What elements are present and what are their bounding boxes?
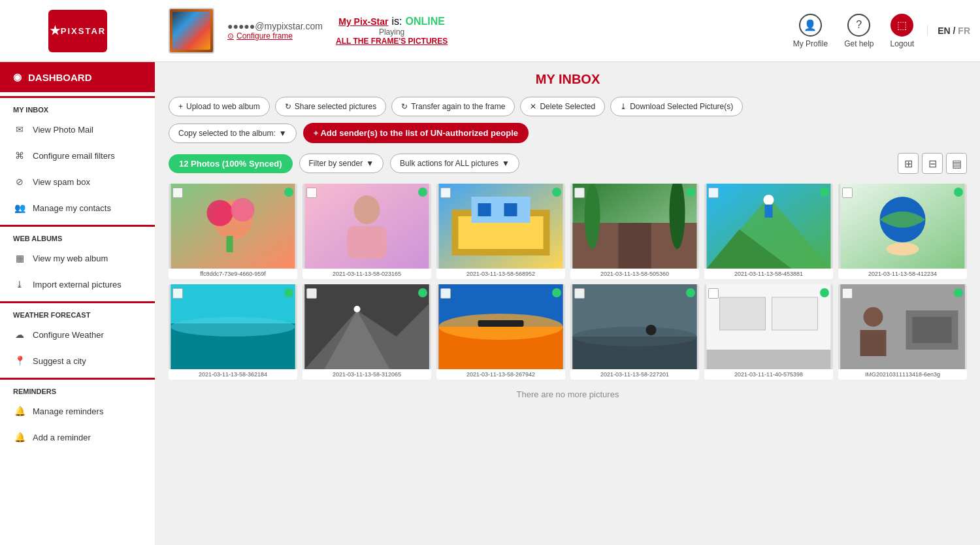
header-actions: 👤 My Profile ? Get help ⬚ Logout	[780, 14, 927, 48]
get-help-button[interactable]: ? Get help	[844, 14, 874, 48]
language-switcher[interactable]: EN / FR	[927, 25, 980, 36]
playing-label: Playing	[379, 27, 404, 37]
bulk-actions-dropdown[interactable]: Bulk actions for ALL pictures ▼	[390, 154, 519, 173]
sidebar-item-view-spam-box[interactable]: ⊘ View spam box	[0, 169, 155, 195]
refresh-icon: ⊙	[227, 31, 234, 41]
top-header: ★ PIXSTAR ●●●●●@mypixstar.com ⊙ Configur…	[0, 0, 980, 62]
photo-item[interactable]: 2021-03-11-13-58-023165	[302, 184, 431, 279]
photo-checkbox[interactable]	[440, 288, 451, 299]
delete-selected-button[interactable]: ✕ Delete Selected	[520, 97, 605, 116]
sidebar-item-manage-reminders[interactable]: 🔔 Manage reminders	[0, 398, 155, 424]
share-icon: ↻	[285, 102, 291, 111]
logout-button[interactable]: ⬚ Logout	[890, 14, 915, 48]
download-selected-button[interactable]: ⤓ Download Selected Picture(s)	[610, 97, 743, 116]
share-selected-pictures-button[interactable]: ↻ Share selected pictures	[275, 97, 386, 116]
filter-by-sender-dropdown[interactable]: Filter by sender ▼	[299, 154, 384, 173]
photo-checkbox[interactable]	[574, 188, 585, 198]
logo-text: PIXSTAR	[61, 26, 106, 36]
pix-star-link[interactable]: My Pix-Star	[338, 16, 388, 27]
sidebar-item-configure-email-filters[interactable]: ⌘ Configure email filters	[0, 142, 155, 169]
photo-label: 2021-03-11-13-58-023165	[302, 269, 431, 279]
sidebar-item-view-photo-mail[interactable]: ✉ View Photo Mail	[0, 116, 155, 142]
photo-item[interactable]: IMG20210311113418-6en3g	[838, 284, 967, 380]
svg-rect-54	[913, 317, 952, 343]
all-pictures-link[interactable]: ALL THE FRAME'S PICTURES	[336, 37, 448, 46]
photo-checkbox[interactable]	[574, 288, 585, 299]
sidebar-item-import-external-pictures[interactable]: ⤓ Import external pictures	[0, 271, 155, 297]
photo-checkbox[interactable]	[708, 188, 719, 198]
sidebar-item-configure-weather[interactable]: ☁ Configure Weather	[0, 322, 155, 348]
photo-item[interactable]: 2021-03-11-13-58-312065	[302, 284, 431, 380]
logout-icon: ⬚	[890, 14, 913, 37]
photo-label: 2021-03-11-13-58-227201	[570, 369, 699, 380]
frame-email: ●●●●●@mypixstar.com	[227, 21, 323, 31]
photo-checkbox[interactable]	[306, 188, 317, 198]
add-reminder-icon: 🔔	[13, 431, 26, 444]
list-view-button[interactable]: ⊟	[922, 153, 943, 174]
photo-label: 2021-03-11-11-40-575398	[704, 369, 833, 380]
photo-label: 2021-03-11-13-58-362184	[169, 369, 297, 380]
weather-icon: ☁	[13, 328, 26, 341]
photo-item[interactable]: 2021-03-11-13-58-412234	[838, 184, 967, 279]
photo-item[interactable]: 2021-03-11-13-58-453881	[704, 184, 833, 279]
photo-item[interactable]: 2021-03-11-13-58-267942	[436, 284, 565, 380]
photo-checkbox[interactable]	[842, 288, 853, 299]
svg-point-30	[171, 317, 295, 337]
sidebar-item-suggest-a-city[interactable]: 📍 Suggest a city	[0, 348, 155, 374]
photo-checkbox[interactable]	[708, 288, 719, 299]
frame-thumbnail	[169, 8, 214, 54]
chevron-down-icon: ▼	[279, 129, 287, 138]
configure-frame-link[interactable]: ⊙ Configure frame	[227, 31, 323, 41]
sidebar-item-view-my-web-album[interactable]: ▦ View my web album	[0, 245, 155, 271]
filmstrip-view-button[interactable]: ▤	[946, 153, 967, 174]
svg-point-44	[573, 327, 697, 346]
photo-checkbox[interactable]	[172, 188, 183, 198]
photo-checkbox[interactable]	[172, 288, 183, 299]
svg-rect-13	[504, 203, 517, 216]
copy-to-album-dropdown[interactable]: Copy selected to the album: ▼	[169, 124, 297, 143]
contacts-icon: 👥	[13, 201, 26, 214]
sidebar-item-add-a-reminder[interactable]: 🔔 Add a reminder	[0, 424, 155, 450]
logo: ★ PIXSTAR	[48, 10, 107, 52]
svg-point-2	[207, 200, 233, 226]
photo-item[interactable]: 2021-03-11-11-40-575398	[704, 284, 833, 380]
status-separator: is:	[392, 16, 402, 27]
synced-dot	[418, 288, 427, 297]
photo-item[interactable]: 2021-03-11-13-58-568952	[436, 184, 565, 279]
svg-point-55	[864, 307, 883, 327]
photo-checkbox[interactable]	[306, 288, 317, 299]
photo-item[interactable]: 2021-03-11-13-58-362184	[169, 284, 297, 380]
sidebar-item-manage-my-contacts[interactable]: 👥 Manage my contacts	[0, 195, 155, 221]
synced-dot	[820, 288, 829, 297]
photo-item[interactable]: 2021-03-11-13-58-227201	[570, 284, 699, 380]
my-profile-button[interactable]: 👤 My Profile	[793, 14, 828, 48]
photo-label: 2021-03-11-13-58-267942	[436, 369, 565, 380]
grid-view-button[interactable]: ⊞	[898, 153, 919, 174]
svg-point-35	[354, 306, 361, 312]
svg-point-3	[231, 198, 255, 222]
photo-label: ffc8ddc7-73e9-4660-959f	[169, 269, 297, 279]
svg-point-6	[354, 195, 380, 224]
photo-label: 2021-03-11-13-58-453881	[704, 269, 833, 279]
add-unauthorized-button[interactable]: + Add sender(s) to the list of UN-author…	[303, 123, 529, 143]
action-buttons-row: + Upload to web album ↻ Share selected p…	[169, 97, 967, 116]
city-icon: 📍	[13, 354, 26, 367]
frame-email-area: ●●●●●@mypixstar.com ⊙ Configure frame	[227, 21, 323, 41]
synced-dot	[820, 188, 829, 197]
lang-en[interactable]: EN	[938, 25, 950, 36]
download-icon: ⤓	[620, 102, 627, 111]
photo-checkbox[interactable]	[842, 188, 853, 198]
photo-checkbox[interactable]	[440, 188, 451, 198]
lang-fr[interactable]: FR	[958, 25, 970, 36]
sidebar: ◉ DASHBOARD MY INBOX ✉ View Photo Mail ⌘…	[0, 62, 155, 545]
synced-dot	[552, 188, 561, 197]
online-status: ONLINE	[406, 16, 445, 27]
sidebar-section-web-albums: WEB ALBUMS	[0, 225, 155, 245]
photo-label: 2021-03-11-13-58-312065	[302, 369, 431, 380]
sidebar-dashboard[interactable]: ◉ DASHBOARD	[0, 62, 155, 92]
import-icon: ⤓	[13, 278, 26, 291]
transfer-again-button[interactable]: ↻ Transfer again to the frame	[391, 97, 515, 116]
photo-item[interactable]: ffc8ddc7-73e9-4660-959f	[169, 184, 297, 279]
upload-to-web-album-button[interactable]: + Upload to web album	[169, 97, 270, 116]
photo-item[interactable]: 2021-03-11-13-58-505360	[570, 184, 699, 279]
